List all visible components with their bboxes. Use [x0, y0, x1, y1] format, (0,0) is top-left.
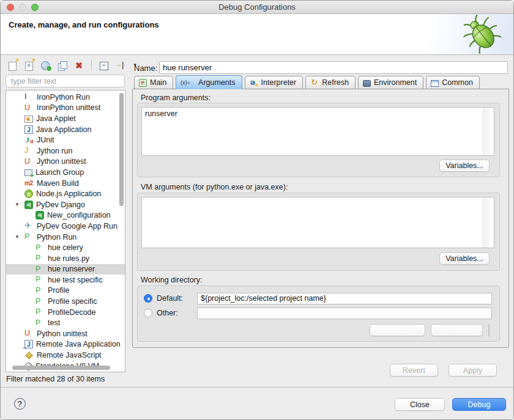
tree-item-python-run[interactable]: Python Run: [6, 232, 125, 243]
tab-main[interactable]: Main: [134, 76, 173, 89]
tab-common[interactable]: Common: [426, 76, 480, 89]
delete-configuration-button[interactable]: [73, 59, 85, 72]
program-variables-button[interactable]: Variables...: [439, 160, 490, 172]
tree-item-ironpython-unittest[interactable]: IronPython unittest: [6, 103, 125, 114]
expander-icon[interactable]: [15, 167, 22, 178]
other-radio-label: Other:: [157, 309, 192, 317]
tree-vertical-scrollbar[interactable]: [119, 93, 124, 206]
expander-icon[interactable]: [15, 210, 22, 221]
vm-arguments-label: VM arguments (for python.exe or java.exe…: [141, 183, 288, 191]
expander-icon[interactable]: [15, 157, 22, 168]
new-configuration-button[interactable]: [7, 59, 19, 72]
export-configurations-button[interactable]: [40, 59, 52, 72]
other-directory-input[interactable]: [197, 308, 492, 319]
tree-item-maven-build[interactable]: Maven Build: [6, 178, 125, 189]
python-run-icon: [35, 297, 45, 306]
expander-icon[interactable]: [15, 124, 22, 135]
revert-button[interactable]: Revert: [390, 364, 438, 377]
variables-button[interactable]: [488, 324, 490, 336]
tab-arguments[interactable]: Arguments: [176, 75, 242, 89]
help-button[interactable]: ?: [14, 398, 26, 410]
close-button[interactable]: Close: [395, 398, 445, 411]
expander-icon[interactable]: [15, 350, 22, 361]
textarea-scrollbar[interactable]: [483, 108, 489, 155]
tree-item-new_configuration[interactable]: New_configuration: [6, 210, 125, 221]
filter-input[interactable]: [6, 75, 125, 87]
filter-configurations-button[interactable]: [114, 59, 132, 72]
file-system-button[interactable]: [431, 324, 483, 336]
expander-icon[interactable]: [15, 92, 22, 103]
default-radio[interactable]: [144, 294, 152, 303]
new-prototype-button[interactable]: [23, 59, 35, 72]
expander-icon[interactable]: [15, 113, 22, 124]
expander-icon[interactable]: [15, 296, 22, 307]
tab-environment[interactable]: Environment: [358, 76, 423, 89]
expander-icon[interactable]: [15, 328, 22, 339]
expander-icon[interactable]: [15, 134, 22, 146]
other-radio[interactable]: [144, 309, 152, 317]
tree-item-java-applet[interactable]: Java Applet: [6, 113, 125, 124]
tree-item-profiledecode[interactable]: ProfileDecode: [6, 307, 125, 318]
tree-item-pydev-django[interactable]: PyDev Django: [6, 199, 125, 210]
name-input[interactable]: [159, 61, 508, 74]
tree-horizontal-scrollbar[interactable]: [12, 366, 110, 370]
apply-button[interactable]: Apply: [449, 364, 497, 377]
expander-icon[interactable]: [15, 242, 22, 253]
tree-item-java-application[interactable]: Java Application: [6, 124, 125, 135]
textarea-scrollbar[interactable]: [483, 197, 489, 248]
tree-item-hue-celery[interactable]: hue celery: [6, 242, 125, 253]
expander-icon[interactable]: [15, 286, 22, 297]
configurations-tree: IronPython Run IronPython unittest Java …: [6, 90, 125, 372]
expander-icon[interactable]: [15, 339, 22, 350]
collapse-all-icon: [98, 59, 110, 72]
default-directory-input[interactable]: [197, 293, 492, 304]
expander-icon[interactable]: [15, 188, 22, 199]
tree-item-launch-group[interactable]: Launch Group: [6, 167, 125, 178]
tree-item-remote-javascript[interactable]: Remote JavaScript: [6, 350, 125, 361]
tree-item-jython-unittest[interactable]: Jython unittest: [6, 157, 125, 168]
tree-item-test[interactable]: test: [6, 317, 125, 328]
tree-item-node-js-application[interactable]: Node.js Application: [6, 188, 125, 199]
tab-refresh[interactable]: Refresh: [305, 76, 356, 89]
tree-item-profile[interactable]: Profile: [6, 286, 125, 297]
expander-icon[interactable]: [15, 221, 22, 232]
python-run-icon: [24, 232, 34, 241]
tree-item-jython-run[interactable]: Jython run: [6, 146, 125, 157]
vm-arguments-textarea[interactable]: [141, 197, 494, 248]
expander-icon[interactable]: [15, 103, 22, 114]
program-arguments-group: runserver Variables...: [137, 103, 500, 177]
new-configuration-icon: [7, 59, 19, 72]
program-arguments-textarea[interactable]: runserver: [141, 107, 494, 156]
tree-item-profile-specific[interactable]: Profile specific: [6, 296, 125, 307]
expander-icon[interactable]: [15, 274, 22, 286]
expander-icon[interactable]: [15, 146, 22, 157]
tree-item-pydev-google-app-run[interactable]: PyDev Google App Run: [6, 221, 125, 232]
duplicate-configuration-button[interactable]: [56, 59, 69, 72]
tree-item-remote-java-application[interactable]: Remote Java Application: [6, 339, 125, 350]
tree-item-hue-runserver[interactable]: hue runserver: [6, 264, 125, 275]
tree-item-junit[interactable]: JUnit: [6, 134, 125, 146]
dialog-header: Create, manage, and run configurations: [1, 14, 513, 55]
python-run-icon: [35, 275, 45, 284]
tree-item-ironpython-run[interactable]: IronPython Run: [6, 92, 125, 103]
maven-icon: [24, 179, 34, 188]
expander-icon[interactable]: [15, 307, 22, 318]
tab-interpreter[interactable]: Interpreter: [245, 76, 304, 89]
common-icon: [431, 80, 439, 87]
tree-item-python-unittest[interactable]: Python unittest: [6, 328, 125, 339]
expander-icon[interactable]: [15, 232, 22, 243]
expander-icon[interactable]: [15, 264, 22, 275]
expander-icon[interactable]: [15, 178, 22, 189]
debug-button[interactable]: Debug: [452, 398, 506, 411]
vm-variables-button[interactable]: Variables...: [439, 252, 490, 265]
workspace-button[interactable]: [370, 324, 425, 336]
title-bar[interactable]: Debug Configurations: [1, 1, 513, 14]
collapse-all-button[interactable]: [98, 59, 110, 72]
jython-run-icon: [24, 146, 34, 155]
interpreter-icon: [250, 78, 258, 87]
expander-icon[interactable]: [15, 253, 22, 264]
expander-icon[interactable]: [15, 199, 22, 210]
expander-icon[interactable]: [15, 317, 22, 328]
tree-item-hue-test-specific[interactable]: hue test specific: [6, 274, 125, 286]
tree-item-hue-rules-py[interactable]: hue rules.py: [6, 253, 125, 264]
